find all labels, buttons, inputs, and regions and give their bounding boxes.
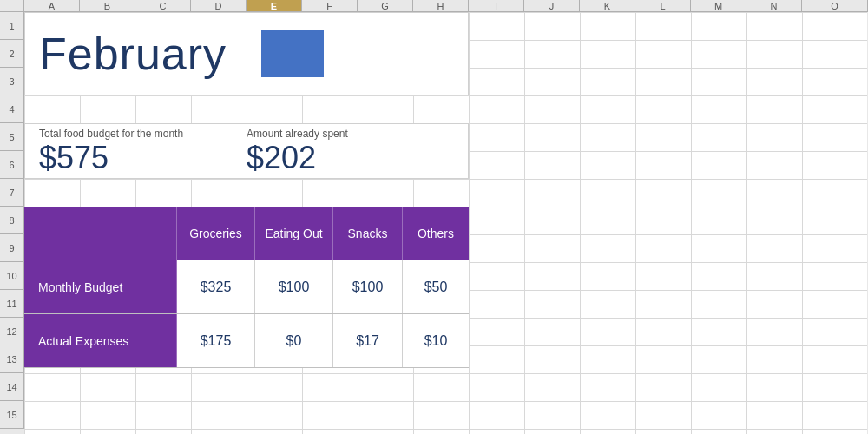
row-header-4[interactable]: 4 (0, 95, 24, 123)
row-header-14[interactable]: 14 (0, 373, 24, 401)
col-header-o[interactable]: O (802, 0, 868, 12)
corner-cell (0, 0, 24, 12)
row-header-9[interactable]: 9 (0, 234, 24, 262)
col-header-h[interactable]: H (413, 0, 469, 12)
row-header-12[interactable]: 12 (0, 318, 24, 345)
row-header-2[interactable]: 2 (0, 40, 24, 68)
row-header-10[interactable]: 10 (0, 262, 24, 290)
col-header-e[interactable]: E (247, 0, 302, 12)
col-header-f[interactable]: F (302, 0, 358, 12)
col-header-c[interactable]: C (135, 0, 191, 12)
row-header-6[interactable]: 6 (0, 151, 24, 179)
row-header-13[interactable]: 13 (0, 345, 24, 373)
col-header-b[interactable]: B (80, 0, 135, 12)
col-header-k[interactable]: K (580, 0, 635, 12)
row-header-7[interactable]: 7 (0, 179, 24, 207)
row-header-3[interactable]: 3 (0, 68, 24, 95)
col-header-j[interactable]: J (524, 0, 580, 12)
col-header-g[interactable]: G (358, 0, 413, 12)
row-header-5[interactable]: 5 (0, 123, 24, 151)
row-headers: 1 2 3 4 5 6 7 8 9 10 11 12 13 14 15 (0, 12, 24, 434)
row-header-11[interactable]: 11 (0, 290, 24, 318)
row-header-1[interactable]: 1 (0, 12, 24, 40)
row-header-15[interactable]: 15 (0, 401, 24, 429)
sheet-background (24, 12, 867, 434)
column-headers: A B C D E F G H I J K L M N O (0, 0, 868, 12)
col-header-a[interactable]: A (24, 0, 80, 12)
row-header-8[interactable]: 8 (0, 207, 24, 234)
col-header-n[interactable]: N (746, 0, 802, 12)
col-header-m[interactable]: M (691, 0, 746, 12)
col-header-l[interactable]: L (635, 0, 691, 12)
col-header-d[interactable]: D (191, 0, 247, 12)
col-header-i[interactable]: I (469, 0, 524, 12)
